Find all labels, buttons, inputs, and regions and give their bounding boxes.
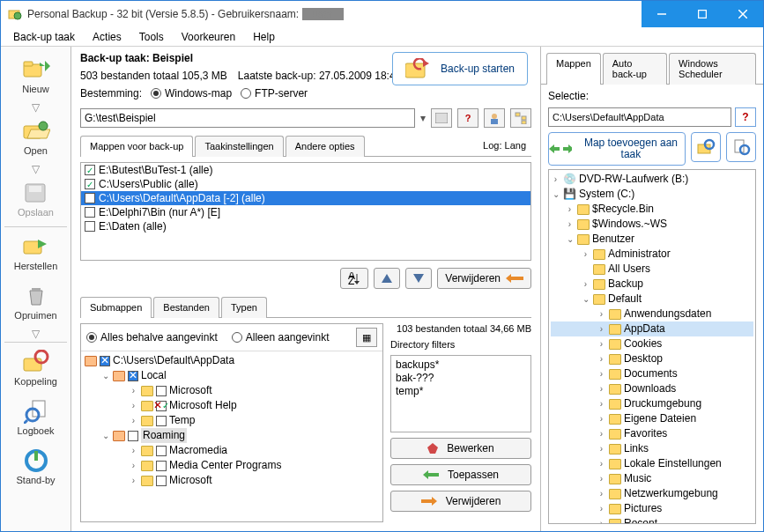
start-backup-button[interactable]: Back-up starten: [392, 52, 528, 85]
svg-point-1: [14, 12, 21, 19]
btn-koppeling[interactable]: Koppeling: [1, 344, 70, 394]
preview-button-2[interactable]: [726, 132, 756, 162]
app-icon: [8, 7, 22, 21]
dest-browse-button[interactable]: [431, 108, 452, 128]
btn-logboek[interactable]: Logboek: [1, 394, 70, 443]
preview-button-1[interactable]: [691, 132, 721, 162]
svg-marker-11: [27, 129, 50, 138]
task-title: Back-up taak: Beispiel: [80, 52, 193, 64]
svg-rect-18: [24, 358, 41, 371]
svg-marker-43: [549, 144, 560, 153]
svg-point-12: [39, 122, 48, 130]
dest-path-input[interactable]: [80, 108, 415, 128]
menu-backup[interactable]: Back-up taak: [6, 29, 82, 45]
minimize-button[interactable]: [642, 1, 682, 27]
subfolder-stats: 103 bestanden totaal 34,66 MB: [390, 323, 531, 334]
menu-tools[interactable]: Tools: [132, 29, 171, 45]
svg-marker-36: [354, 281, 360, 284]
radio-ftp-server[interactable]: FTP-server: [241, 87, 308, 100]
dest-label: Bestemming:: [80, 87, 142, 100]
svg-marker-37: [382, 274, 392, 283]
svg-line-22: [24, 420, 27, 424]
add-folder-button[interactable]: Map toevoegen aan taak: [548, 132, 686, 166]
svg-marker-38: [413, 274, 424, 283]
svg-marker-41: [423, 470, 439, 479]
filter-edit-button[interactable]: Bewerken: [390, 438, 531, 459]
dest-tree-button[interactable]: [510, 108, 531, 128]
radio-windows-map[interactable]: Windows-map: [151, 87, 232, 100]
svg-rect-7: [24, 62, 33, 66]
btn-herstellen[interactable]: Herstellen: [1, 229, 70, 278]
svg-marker-9: [40, 63, 45, 66]
svg-marker-16: [38, 240, 47, 248]
svg-marker-39: [506, 274, 523, 283]
radio-all-except[interactable]: Alles behalve aangevinkt: [86, 331, 218, 344]
btn-open[interactable]: Open: [1, 114, 70, 163]
remove-folder-button[interactable]: Verwijderen: [437, 268, 531, 289]
svg-marker-8: [45, 61, 50, 71]
selectie-label: Selectie:: [548, 90, 756, 102]
subtab-files[interactable]: Bestanden: [153, 297, 219, 318]
svg-rect-17: [32, 288, 41, 291]
sort-button[interactable]: AZ: [340, 268, 368, 289]
btn-nieuw[interactable]: Nieuw: [1, 52, 70, 101]
total-stats: 503 bestanden totaal 105,3 MB: [80, 70, 227, 82]
dest-help-button[interactable]: ?: [457, 108, 478, 128]
close-button[interactable]: [723, 1, 763, 27]
drive-tree[interactable]: ›💿 DVD-RW-Laufwerk (B:) ⌄💾 System (C:) ›…: [548, 169, 756, 524]
rtab-mappen[interactable]: Mappen: [546, 53, 601, 85]
svg-marker-40: [427, 443, 438, 454]
left-toolbar: Nieuw ▽ Open ▽ Opslaan Herstellen Opruim…: [1, 47, 71, 531]
backup-folder-list[interactable]: E:\Butest\BuTest-1 (alle) C:\Users\Publi…: [80, 162, 531, 261]
svg-rect-32: [522, 121, 526, 124]
dest-user-button[interactable]: [484, 108, 505, 128]
btn-opruimen[interactable]: Opruimen: [1, 278, 70, 328]
menu-actions[interactable]: Acties: [85, 29, 129, 45]
maximize-button[interactable]: [682, 1, 723, 27]
radio-only-checked[interactable]: Alleen aangevinkt: [232, 331, 330, 344]
rtab-auto[interactable]: Auto back-up: [603, 53, 667, 85]
tab-other-options[interactable]: Andere opties: [286, 136, 365, 157]
move-up-button[interactable]: [374, 268, 400, 289]
tab-folders[interactable]: Mappen voor back-up: [80, 136, 193, 157]
subfolder-panel: Alles behalve aangevinkt Alleen aangevin…: [80, 323, 383, 522]
move-down-button[interactable]: [405, 268, 432, 289]
svg-rect-29: [491, 119, 498, 124]
right-panel: Mappen Auto back-up Windows Scheduler Se…: [541, 47, 763, 531]
tab-task-settings[interactable]: Taakinstellingen: [195, 136, 283, 157]
filter-apply-button[interactable]: Toepassen: [390, 464, 531, 485]
selectie-input[interactable]: [548, 107, 731, 127]
svg-marker-42: [421, 497, 437, 506]
center-panel: Back-up taak: Beispiel 503 bestanden tot…: [71, 47, 541, 531]
dirfilter-list[interactable]: backups*bak-???temp*: [390, 355, 531, 432]
titlebar: Personal Backup - 32 bit (Versie 5.8.5) …: [1, 1, 763, 27]
menu-prefs[interactable]: Voorkeuren: [174, 29, 242, 45]
menu-help[interactable]: Help: [246, 29, 282, 45]
app-window: Personal Backup - 32 bit (Versie 5.8.5) …: [0, 0, 764, 532]
selectie-help[interactable]: ?: [735, 107, 756, 127]
svg-rect-14: [29, 186, 41, 192]
btn-standby[interactable]: Stand-by: [1, 443, 70, 492]
log-label: Log: Lang: [483, 140, 531, 151]
svg-marker-26: [423, 60, 429, 67]
dirfilter-label: Directory filters: [390, 339, 531, 350]
svg-rect-3: [699, 11, 707, 18]
menubar: Back-up taak Acties Tools Voorkeuren Hel…: [1, 27, 763, 47]
svg-rect-30: [516, 113, 520, 116]
expand-all-button[interactable]: ▦: [356, 328, 377, 347]
svg-rect-31: [522, 116, 526, 120]
subfolder-tree[interactable]: ✕ C:\Users\Default\AppData ⌄✕ Local › Mi…: [81, 351, 382, 521]
window-title: Personal Backup - 32 bit (Versie 5.8.5) …: [27, 8, 642, 20]
rtab-sched[interactable]: Windows Scheduler: [669, 53, 756, 85]
svg-marker-44: [563, 144, 572, 153]
svg-rect-27: [435, 113, 448, 123]
svg-text:Z: Z: [348, 275, 354, 284]
subtab-types[interactable]: Typen: [221, 297, 267, 318]
svg-point-28: [492, 114, 497, 119]
filter-remove-button[interactable]: Verwijderen: [390, 491, 531, 512]
btn-opslaan: Opslaan: [1, 175, 70, 225]
subtab-subfolders[interactable]: Submappen: [80, 297, 152, 318]
